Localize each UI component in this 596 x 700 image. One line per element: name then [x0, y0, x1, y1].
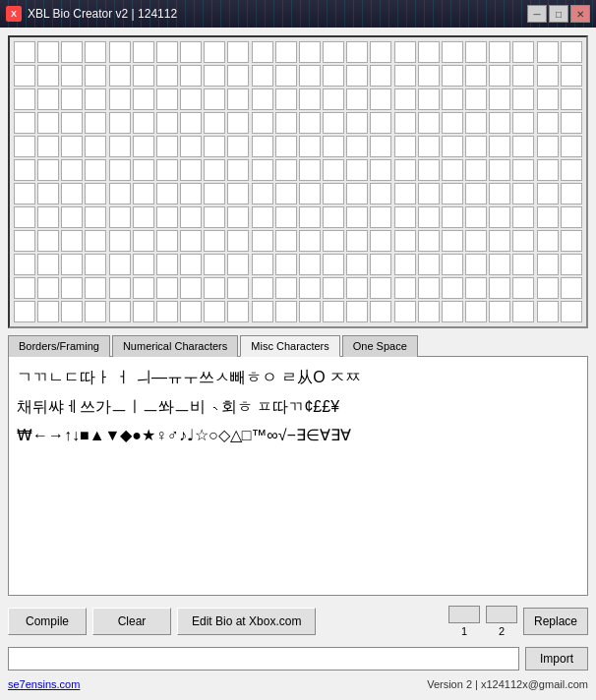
grid-cell[interactable] — [156, 112, 178, 134]
grid-cell[interactable] — [180, 277, 202, 299]
grid-cell[interactable] — [299, 159, 321, 181]
compile-button[interactable]: Compile — [8, 608, 87, 635]
grid-cell[interactable] — [61, 88, 83, 110]
import-button[interactable]: Import — [525, 647, 588, 671]
grid-cell[interactable] — [37, 206, 59, 228]
grid-cell[interactable] — [299, 136, 321, 157]
grid-cell[interactable] — [418, 41, 440, 63]
grid-cell[interactable] — [346, 65, 368, 87]
grid-cell[interactable] — [227, 159, 249, 181]
grid-cell[interactable] — [180, 41, 202, 63]
tab-numerical[interactable]: Numerical Characters — [112, 335, 238, 357]
grid-cell[interactable] — [418, 230, 440, 252]
grid-cell[interactable] — [227, 136, 249, 157]
grid-cell[interactable] — [37, 183, 59, 204]
grid-cell[interactable] — [489, 301, 510, 322]
grid-cell[interactable] — [275, 277, 297, 299]
grid-cell[interactable] — [156, 230, 178, 252]
grid-cell[interactable] — [61, 301, 83, 322]
grid-cell[interactable] — [204, 301, 225, 322]
grid-cell[interactable] — [346, 206, 368, 228]
grid-cell[interactable] — [61, 65, 83, 87]
grid-cell[interactable] — [252, 159, 273, 181]
grid-cell[interactable] — [323, 183, 344, 204]
grid-cell[interactable] — [465, 112, 487, 134]
grid-cell[interactable] — [561, 183, 582, 204]
grid-cell[interactable] — [85, 112, 106, 134]
grid-cell[interactable] — [133, 41, 154, 63]
grid-cell[interactable] — [85, 254, 106, 275]
grid-cell[interactable] — [537, 183, 559, 204]
grid-cell[interactable] — [561, 41, 582, 63]
grid-cell[interactable] — [85, 183, 106, 204]
grid-cell[interactable] — [465, 136, 487, 157]
grid-cell[interactable] — [109, 254, 131, 275]
grid-cell[interactable] — [275, 206, 297, 228]
grid-cell[interactable] — [512, 159, 534, 181]
grid-cell[interactable] — [489, 230, 510, 252]
grid-cell[interactable] — [418, 254, 440, 275]
grid-cell[interactable] — [204, 183, 225, 204]
grid-cell[interactable] — [394, 183, 416, 204]
grid-cell[interactable] — [252, 183, 273, 204]
grid-cell[interactable] — [85, 88, 106, 110]
grid-cell[interactable] — [61, 254, 83, 275]
edit-bio-button[interactable]: Edit Bio at Xbox.com — [177, 608, 316, 635]
grid-cell[interactable] — [561, 206, 582, 228]
grid-cell[interactable] — [180, 206, 202, 228]
grid-cell[interactable] — [85, 277, 106, 299]
grid-cell[interactable] — [489, 65, 510, 87]
grid-cell[interactable] — [370, 112, 391, 134]
grid-cell[interactable] — [14, 254, 35, 275]
grid-cell[interactable] — [204, 206, 225, 228]
grid-cell[interactable] — [537, 136, 559, 157]
grid-cell[interactable] — [156, 136, 178, 157]
grid-cell[interactable] — [489, 206, 510, 228]
grid-cell[interactable] — [489, 159, 510, 181]
grid-cell[interactable] — [561, 112, 582, 134]
grid-cell[interactable] — [561, 230, 582, 252]
grid-cell[interactable] — [156, 65, 178, 87]
grid-cell[interactable] — [61, 41, 83, 63]
grid-cell[interactable] — [299, 301, 321, 322]
grid-cell[interactable] — [299, 65, 321, 87]
grid-cell[interactable] — [323, 159, 344, 181]
grid-cell[interactable] — [85, 301, 106, 322]
grid-cell[interactable] — [37, 112, 59, 134]
grid-cell[interactable] — [537, 159, 559, 181]
grid-cell[interactable] — [442, 41, 463, 63]
grid-cell[interactable] — [156, 159, 178, 181]
grid-cell[interactable] — [323, 301, 344, 322]
grid-cell[interactable] — [418, 88, 440, 110]
grid-cell[interactable] — [180, 254, 202, 275]
grid-cell[interactable] — [14, 65, 35, 87]
grid-cell[interactable] — [227, 277, 249, 299]
tab-misc[interactable]: Misc Characters — [240, 335, 339, 357]
grid-cell[interactable] — [133, 65, 154, 87]
grid-cell[interactable] — [346, 136, 368, 157]
grid-cell[interactable] — [394, 301, 416, 322]
grid-cell[interactable] — [465, 41, 487, 63]
grid-cell[interactable] — [61, 277, 83, 299]
replace-button[interactable]: Replace — [523, 608, 588, 635]
grid-cell[interactable] — [370, 183, 391, 204]
grid-cell[interactable] — [180, 65, 202, 87]
grid-cell[interactable] — [370, 88, 391, 110]
grid-cell[interactable] — [133, 301, 154, 322]
grid-cell[interactable] — [323, 41, 344, 63]
num2-button[interactable] — [486, 606, 517, 623]
grid-cell[interactable] — [204, 41, 225, 63]
grid-cell[interactable] — [442, 112, 463, 134]
grid-cell[interactable] — [133, 112, 154, 134]
clear-button[interactable]: Clear — [92, 608, 171, 635]
grid-cell[interactable] — [133, 277, 154, 299]
num1-button[interactable] — [448, 606, 480, 623]
grid-cell[interactable] — [323, 277, 344, 299]
grid-cell[interactable] — [109, 277, 131, 299]
grid-cell[interactable] — [537, 88, 559, 110]
grid-cell[interactable] — [299, 277, 321, 299]
grid-cell[interactable] — [418, 65, 440, 87]
grid-cell[interactable] — [537, 41, 559, 63]
footer-link[interactable]: se7ensins.com — [8, 678, 80, 690]
grid-cell[interactable] — [442, 254, 463, 275]
